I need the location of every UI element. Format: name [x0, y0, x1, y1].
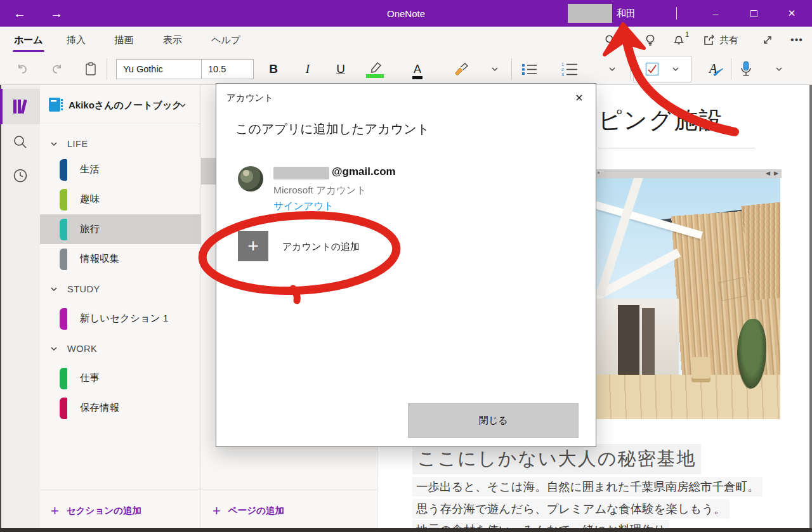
- tab-draw[interactable]: 描画: [114, 27, 133, 53]
- notebooks-icon: [11, 98, 29, 115]
- vertical-scrollbar[interactable]: [809, 85, 812, 532]
- tab-view[interactable]: 表示: [163, 27, 182, 53]
- notifications-button[interactable]: 1: [667, 27, 690, 53]
- section-tab-icon: [60, 398, 67, 419]
- section-item[interactable]: 生活: [40, 155, 201, 185]
- account-email-blurred: [273, 167, 329, 179]
- italic-button[interactable]: I: [298, 53, 318, 84]
- section-group-work[interactable]: WORK: [40, 334, 201, 363]
- styles-button[interactable]: A: [702, 53, 724, 84]
- rail-selection-indicator: [0, 89, 3, 124]
- expand-icon: [762, 34, 773, 46]
- maximize-button[interactable]: [738, 0, 769, 27]
- share-label: 共有: [719, 34, 738, 46]
- todo-checkbox-icon: [645, 62, 659, 76]
- account-email-suffix: @gmail.com: [332, 165, 396, 178]
- user-account-blurred[interactable]: [568, 4, 612, 23]
- chevron-down-icon: [775, 65, 783, 74]
- add-account-button[interactable]: +: [238, 231, 268, 261]
- redo-button[interactable]: [46, 53, 67, 84]
- frame-scroll-thumb: [598, 172, 599, 174]
- bullet-list-button[interactable]: [518, 53, 540, 84]
- format-painter-button[interactable]: [450, 53, 473, 84]
- notification-badge: 1: [685, 30, 689, 38]
- close-icon: ✕: [788, 8, 796, 19]
- list-more-dropdown[interactable]: [603, 53, 621, 84]
- numbered-list-button[interactable]: 1 2 3: [558, 53, 580, 84]
- ribbon-tab-bar: ホーム 挿入 描画 表示 ヘルプ 1 共有 •••: [0, 27, 812, 53]
- plus-icon: +: [51, 503, 59, 519]
- clipboard-icon: [85, 62, 96, 76]
- rail-recent-notes-button[interactable]: [0, 158, 40, 193]
- titlebar-separator: [676, 7, 677, 20]
- toolbar-divider: [511, 58, 512, 80]
- dictate-more-dropdown[interactable]: [770, 53, 788, 84]
- chevron-down-icon: [490, 65, 499, 74]
- share-button[interactable]: 共有: [697, 27, 745, 53]
- section-tab-icon: [60, 219, 67, 240]
- user-name[interactable]: 和田: [617, 0, 636, 27]
- dialog-close-action-button[interactable]: 閉じる: [408, 403, 579, 438]
- notebook-header[interactable]: Akikoさんのノートブック: [40, 85, 201, 124]
- highlighter-icon: [367, 61, 383, 77]
- font-name-input[interactable]: Yu Gothic: [116, 59, 202, 79]
- bold-button[interactable]: B: [263, 53, 284, 84]
- highlight-button[interactable]: [363, 53, 386, 84]
- section-item[interactable]: 情報収集: [40, 244, 201, 274]
- section-group-life[interactable]: LIFE: [40, 129, 201, 159]
- section-item[interactable]: 保存情報: [40, 393, 201, 423]
- sign-out-link[interactable]: サインアウト: [273, 200, 334, 213]
- section-item[interactable]: 新しいセクション 1: [40, 304, 201, 334]
- frame-scrollbar[interactable]: ◀ ▶: [595, 169, 782, 178]
- chevron-down-icon: [178, 101, 187, 110]
- chevron-down-icon: [608, 65, 617, 74]
- tab-help[interactable]: ヘルプ: [211, 27, 240, 53]
- selected-page-item[interactable]: [201, 158, 216, 185]
- section-tab-icon: [60, 249, 67, 270]
- section-item[interactable]: 趣味: [40, 185, 201, 214]
- font-color-swatch: [412, 76, 422, 79]
- next-icon[interactable]: ▶: [774, 170, 778, 176]
- numbered-list-icon: 1 2 3: [560, 62, 578, 77]
- minimize-button[interactable]: –: [700, 0, 731, 27]
- tab-insert[interactable]: 挿入: [67, 27, 86, 53]
- font-color-button[interactable]: A: [407, 53, 428, 84]
- dialog-close-button[interactable]: ✕: [572, 90, 587, 105]
- todo-tag-dropdown[interactable]: [633, 56, 691, 82]
- add-section-button[interactable]: + セクションの追加: [40, 489, 201, 532]
- section-item[interactable]: 仕事: [40, 363, 201, 393]
- more-options-button[interactable]: •••: [784, 27, 809, 53]
- undo-button[interactable]: [13, 53, 33, 84]
- section-group-study[interactable]: STUDY: [40, 274, 201, 304]
- tell-me-button[interactable]: [639, 27, 661, 53]
- add-page-button[interactable]: + ページの追加: [201, 489, 377, 532]
- rail-notebooks-button[interactable]: [0, 89, 40, 124]
- window-bottom-border: [0, 528, 812, 532]
- onenote-window: ← → OneNote 和田 – ✕ ホーム 挿入 描画 表示 ヘルプ 1 共有: [0, 0, 812, 532]
- maximize-icon: [750, 10, 757, 17]
- search-button[interactable]: [599, 27, 621, 53]
- bullet-list-icon: [521, 62, 537, 76]
- dictate-button[interactable]: [735, 53, 757, 84]
- tab-home[interactable]: ホーム: [14, 27, 43, 53]
- chevron-down-icon: [49, 344, 58, 353]
- formatting-more-dropdown[interactable]: [486, 53, 504, 84]
- add-account-label[interactable]: アカウントの追加: [282, 241, 360, 253]
- rail-search-button[interactable]: [0, 124, 40, 160]
- underline-button[interactable]: U: [331, 53, 351, 84]
- prev-icon[interactable]: ◀: [766, 170, 770, 176]
- forward-button[interactable]: →: [42, 0, 71, 27]
- ellipsis-icon: •••: [790, 34, 803, 46]
- fullscreen-button[interactable]: [756, 27, 779, 53]
- font-size-input[interactable]: 10.5: [201, 59, 254, 79]
- back-button[interactable]: ←: [5, 0, 34, 27]
- close-button[interactable]: ✕: [776, 0, 808, 27]
- section-item-selected[interactable]: 旅行: [40, 214, 201, 244]
- minimize-icon: –: [713, 8, 718, 19]
- dialog-heading: このアプリに追加したアカウント: [235, 120, 429, 138]
- dialog-title: アカウント: [226, 92, 273, 104]
- plus-icon: +: [247, 235, 259, 257]
- paste-button[interactable]: [81, 53, 101, 84]
- chevron-down-icon: [49, 139, 58, 148]
- page-title-partial: ピング施設: [598, 105, 724, 136]
